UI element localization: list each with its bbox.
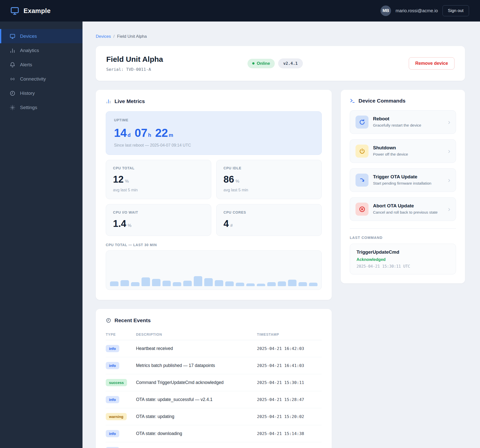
chart-bar: [162, 281, 171, 286]
command-abort-ota[interactable]: Abort OTA Update Cancel and roll back to…: [350, 197, 456, 221]
event-timestamp: 2025-04-21 15:30:11: [257, 374, 322, 391]
event-timestamp: 2025-04-21 15:28:47: [257, 391, 322, 408]
remove-device-button[interactable]: Remove device: [409, 57, 454, 70]
abort-icon: [356, 203, 368, 216]
avatar[interactable]: MB: [380, 6, 391, 16]
sidebar-item-label: Connectivity: [20, 76, 46, 82]
sidebar-item-analytics[interactable]: Analytics: [0, 43, 82, 58]
event-description: Command TriggerUpdateCmd acknowledged: [136, 374, 257, 391]
sidebar-item-label: History: [20, 91, 35, 96]
chart-bar: [110, 281, 118, 286]
events-table: TYPE DESCRIPTION TIMESTAMP infoHeartbeat…: [106, 329, 322, 448]
chart-bar: [152, 279, 160, 286]
event-description: Metrics batch published — 17 datapoints: [136, 357, 257, 374]
last-command-label: LAST COMMAND: [350, 236, 456, 240]
sign-out-button[interactable]: Sign out: [442, 5, 469, 16]
device-header-card: Field Unit Alpha Serial: TVD-0011-A Onli…: [96, 46, 465, 81]
user-email: mario.rossi@acme.io: [396, 8, 438, 14]
column-header-description: DESCRIPTION: [136, 329, 257, 340]
sidebar-item-settings[interactable]: Settings: [0, 100, 82, 115]
chart-bar: [257, 284, 265, 286]
event-row: successCommand TriggerUpdateCmd acknowle…: [106, 374, 322, 391]
gear-icon: [10, 105, 16, 111]
chart-bar: [298, 282, 307, 286]
ota-arrow-icon: [356, 174, 368, 187]
sidebar: Devices Analytics Alerts Connectivity: [0, 22, 82, 448]
bell-icon: [10, 62, 16, 68]
chevron-right-icon: ›: [448, 148, 450, 155]
column-header-timestamp: TIMESTAMP: [257, 329, 322, 340]
brand-name: Example: [24, 7, 50, 15]
monitor-icon: [10, 33, 16, 39]
device-commands-card: Device Commands Reboot Gracefully restar…: [341, 90, 465, 283]
chart-bar: [194, 276, 202, 286]
uptime-label: UPTIME: [114, 118, 314, 122]
event-row: warningOTA state: updating2025-04-21 15:…: [106, 408, 322, 425]
status-badge: Online: [248, 59, 275, 68]
chart-bar: [204, 278, 213, 286]
chart-bar: [278, 281, 286, 286]
cpu-chart-label: CPU TOTAL — LAST 30 MIN: [106, 243, 322, 247]
chart-bar: [236, 283, 244, 286]
terminal-icon: [350, 98, 355, 104]
recent-events-card: Recent Events TYPE DESCRIPTION TIMESTAMP…: [96, 309, 332, 448]
metric-tile-cpu-idle: CPU IDLE 86% avg last 5 min: [216, 160, 322, 199]
metric-tile-cpu-total: CPU TOTAL 12% avg last 5 min: [106, 160, 211, 199]
page-title: Field Unit Alpha: [106, 55, 248, 64]
sidebar-item-label: Settings: [20, 105, 37, 110]
chart-bar: [120, 280, 129, 286]
sidebar-item-history[interactable]: History: [0, 86, 82, 100]
event-row: infoOTA state: downloading2025-04-21 15:…: [106, 425, 322, 442]
event-timestamp: 2025-04-21 15:14:38: [257, 425, 322, 442]
breadcrumb-devices-link[interactable]: Devices: [96, 34, 111, 39]
firmware-version-badge: v2.4.1: [278, 59, 303, 68]
event-description: OTA state: updating: [136, 408, 257, 425]
metric-tile-cpu-cores: CPU CORES 4#: [216, 204, 322, 236]
last-command-status: Acknowledged: [356, 257, 449, 262]
divider: [350, 228, 456, 229]
sidebar-item-connectivity[interactable]: Connectivity: [0, 72, 82, 86]
brand: Example: [10, 6, 50, 16]
event-timestamp: 2025-04-21 15:09:55: [257, 442, 322, 448]
clock-icon: [10, 90, 16, 96]
command-trigger-ota[interactable]: Trigger OTA Update Start pending firmwar…: [350, 168, 456, 192]
event-type-badge: info: [106, 430, 119, 437]
command-shutdown[interactable]: Shutdown Power off the device ›: [350, 139, 456, 163]
event-description: OTA state: update_available — v2.4.1: [136, 442, 257, 448]
chevron-right-icon: ›: [448, 119, 450, 126]
sidebar-item-devices[interactable]: Devices: [0, 29, 82, 43]
event-type-badge: info: [106, 362, 119, 369]
sidebar-item-label: Analytics: [20, 48, 39, 53]
chart-bar: [246, 283, 255, 286]
last-command-tile: TriggerUpdateCmd Acknowledged 2025-04-21…: [350, 244, 456, 274]
chart-bar: [225, 281, 234, 286]
topbar: Example MB mario.rossi@acme.io Sign out: [0, 0, 480, 22]
event-description: OTA state: update_successful — v2.4.1: [136, 391, 257, 408]
event-type-badge: info: [106, 447, 119, 448]
event-description: Heartbeat received: [136, 340, 257, 357]
chart-bar: [288, 280, 296, 286]
command-reboot[interactable]: Reboot Gracefully restart the device ›: [350, 110, 456, 134]
metric-grid: CPU TOTAL 12% avg last 5 min CPU IDLE 86…: [106, 160, 322, 236]
column-header-type: TYPE: [106, 329, 136, 340]
sidebar-item-alerts[interactable]: Alerts: [0, 58, 82, 72]
clock-icon: [106, 318, 111, 323]
bar-chart-icon: [10, 48, 16, 54]
uptime-subtext: Since last reboot — 2025-04-07 09:14 UTC: [114, 143, 314, 148]
chart-bar: [173, 282, 181, 286]
event-type-badge: success: [106, 379, 127, 386]
last-command-timestamp: 2025-04-21 15:30:11 UTC: [356, 264, 449, 269]
chart-bar: [183, 281, 192, 286]
event-description: OTA state: downloading: [136, 425, 257, 442]
breadcrumb: Devices / Field Unit Alpha: [96, 34, 465, 39]
breadcrumb-separator: /: [113, 34, 114, 39]
event-timestamp: 2025-04-21 16:42:03: [257, 340, 322, 357]
monitor-logo-icon: [10, 6, 20, 16]
power-icon: [356, 145, 368, 158]
chevron-right-icon: ›: [448, 177, 450, 184]
metric-tile-cpu-iowait: CPU I/O WAIT 1.4%: [106, 204, 211, 236]
signal-icon: [10, 76, 16, 82]
chart-bar: [131, 282, 140, 286]
event-type-badge: warning: [106, 413, 127, 420]
sidebar-item-label: Alerts: [20, 62, 32, 68]
